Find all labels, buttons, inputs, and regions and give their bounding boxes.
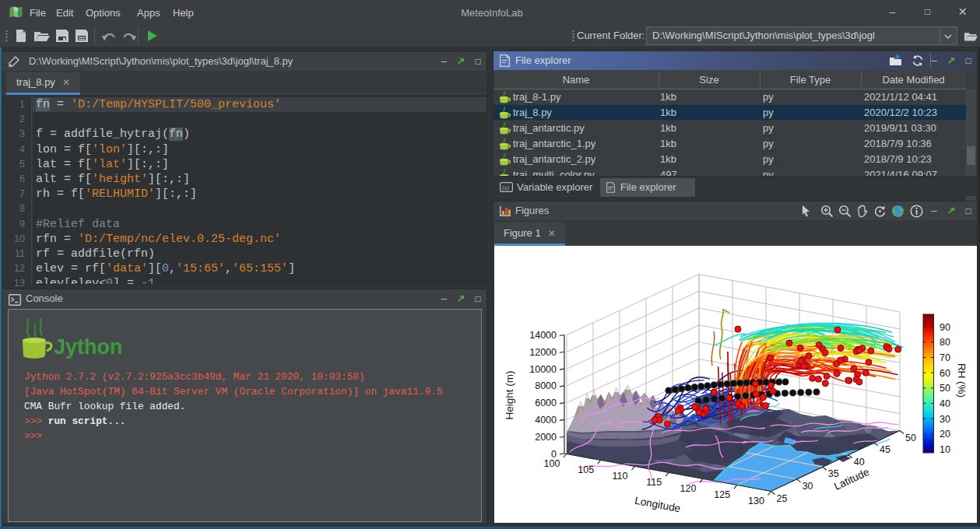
svg-text:45: 45: [880, 444, 890, 455]
svg-text:50: 50: [905, 433, 916, 443]
svg-text:10000: 10000: [529, 364, 557, 375]
svg-text:90: 90: [940, 322, 950, 333]
svg-text:105: 105: [578, 464, 594, 475]
svg-text:(x): (x): [502, 184, 509, 191]
svg-text:20: 20: [940, 429, 950, 440]
svg-text:40: 40: [854, 457, 865, 468]
svg-text:4000: 4000: [535, 415, 557, 426]
svg-text:12000: 12000: [529, 347, 557, 358]
svg-text:120: 120: [680, 483, 697, 494]
svg-text:8000: 8000: [535, 380, 557, 391]
svg-text:60: 60: [940, 368, 950, 379]
svg-text:30: 30: [803, 481, 813, 492]
svg-text:2000: 2000: [535, 432, 557, 443]
svg-text:10: 10: [940, 444, 950, 455]
svg-text:Longitude: Longitude: [634, 495, 681, 515]
svg-text:Height (m): Height (m): [504, 370, 515, 419]
svg-text:50: 50: [940, 383, 950, 394]
svg-text:80: 80: [940, 337, 950, 348]
svg-text:110: 110: [613, 471, 628, 482]
svg-text:35: 35: [828, 468, 839, 479]
svg-text:Jython: Jython: [54, 335, 123, 359]
svg-text:130: 130: [748, 496, 764, 506]
svg-text:RH (%): RH (%): [956, 363, 968, 398]
svg-text:30: 30: [940, 414, 950, 425]
svg-text:40: 40: [940, 398, 950, 409]
svg-text:25: 25: [777, 493, 788, 504]
svg-text:6000: 6000: [535, 398, 557, 408]
svg-text:115: 115: [646, 477, 662, 488]
svg-text:14000: 14000: [529, 330, 557, 341]
svg-text:100: 100: [544, 458, 560, 469]
svg-text:70: 70: [940, 352, 950, 363]
svg-text:125: 125: [714, 489, 730, 500]
